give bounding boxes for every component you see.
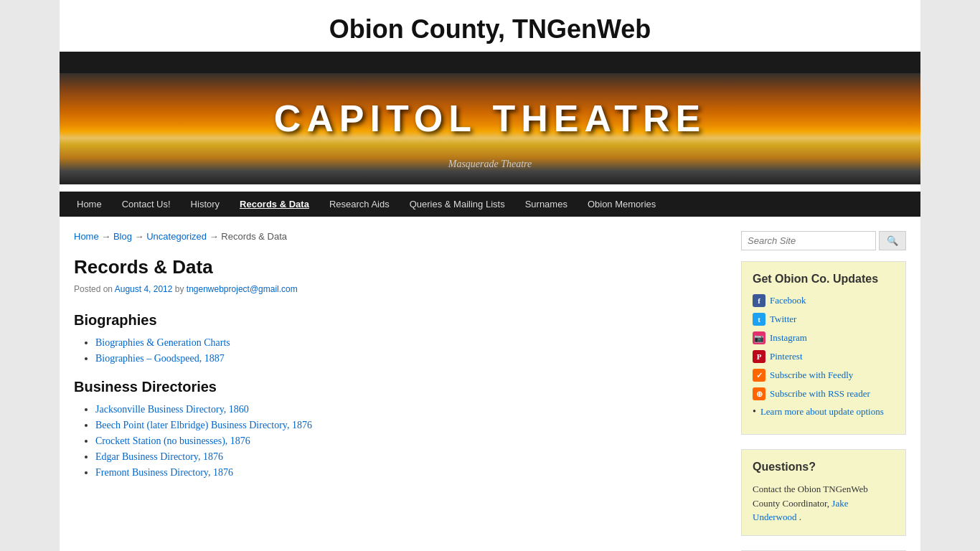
nav-item-contact-us-[interactable]: Contact Us! [112,192,181,217]
social-link[interactable]: Facebook [770,295,806,306]
content-link[interactable]: Fremont Business Directory, 1876 [95,467,233,478]
nav-item-obion-memories[interactable]: Obion Memories [578,192,666,217]
social-link[interactable]: Pinterest [770,351,803,362]
banner-text: CAPITOL THEATRE [274,97,706,140]
post-author[interactable]: tngenwebproject@gmail.com [187,284,298,294]
social-link[interactable]: Twitter [770,314,796,325]
list-item: Beech Point (later Elbridge) Business Di… [95,420,727,431]
list-item: 📷Instagram [753,331,895,344]
list-item: Crockett Station (no businesses), 1876 [95,435,727,447]
list-item: Biographies – Goodspeed, 1887 [95,353,727,364]
content-link[interactable]: Biographies – Goodspeed, 1887 [95,353,225,364]
list-item: PPinterest [753,350,895,363]
search-button[interactable]: 🔍 [879,231,906,250]
site-title[interactable]: Obion County, TNGenWeb [60,14,920,44]
social-link[interactable]: Subscribe with RSS reader [770,388,870,400]
nav-item-research-aids[interactable]: Research Aids [319,192,400,217]
social-link[interactable]: Instagram [770,332,807,344]
content-link[interactable]: Biographies & Generation Charts [95,337,230,348]
list-item: ⊕Subscribe with RSS reader [753,387,895,400]
search-widget: 🔍 [741,231,906,250]
content-link[interactable]: Crockett Station (no businesses), 1876 [95,435,250,446]
content-link[interactable]: Beech Point (later Elbridge) Business Di… [95,420,312,430]
feed-icon: ✓ [753,369,765,382]
nav-item-surnames[interactable]: Surnames [515,192,578,217]
list-item: •Learn more about update options [753,406,895,418]
breadcrumb-home[interactable]: Home [74,231,99,242]
social-link[interactable]: Learn more about update options [760,406,884,418]
nav-item-records---data[interactable]: Records & Data [230,192,319,217]
list-item: Biographies & Generation Charts [95,337,727,349]
post-date[interactable]: August 4, 2012 [115,284,173,294]
social-link[interactable]: Subscribe with Feedly [770,369,853,381]
banner-image: CAPITOL THEATRE Masquerade Theatre [60,52,920,184]
content-link[interactable]: Edgar Business Directory, 1876 [95,451,223,462]
list-item: Jacksonville Business Directory, 1860 [95,404,727,415]
nav-item-queries---mailing-lists[interactable]: Queries & Mailing Lists [400,192,515,217]
search-input[interactable] [741,231,876,250]
breadcrumb: Home → Blog → Uncategorized → Records & … [74,231,727,242]
breadcrumb-uncategorized[interactable]: Uncategorized [146,231,207,242]
banner-subtitle: Masquerade Theatre [60,159,920,170]
list-item: Edgar Business Directory, 1876 [95,451,727,463]
updates-widget: Get Obion Co. Updates fFacebooktTwitter📷… [741,261,906,435]
post-meta: Posted on August 4, 2012 by tngenwebproj… [74,284,727,294]
content-link[interactable]: Jacksonville Business Directory, 1860 [95,404,249,415]
ig-icon: 📷 [753,331,765,344]
main-nav: HomeContact Us!HistoryRecords & DataRese… [60,192,920,217]
nav-item-history[interactable]: History [181,192,230,217]
rss-icon: ⊕ [753,387,765,400]
questions-widget: Questions? Contact the Obion TNGenWeb Co… [741,449,906,536]
pt-icon: P [753,350,765,363]
section-heading: Biographies [74,312,727,329]
page-title: Records & Data [74,256,727,278]
list-item: tTwitter [753,313,895,326]
list-item: fFacebook [753,294,895,307]
updates-heading: Get Obion Co. Updates [753,273,895,286]
fb-icon: f [753,294,765,307]
nav-item-home[interactable]: Home [67,192,112,217]
tw-icon: t [753,313,765,326]
section-heading: Business Directories [74,379,727,395]
list-item: ✓Subscribe with Feedly [753,369,895,382]
list-item: Fremont Business Directory, 1876 [95,467,727,479]
breadcrumb-blog[interactable]: Blog [113,231,132,242]
questions-text: Contact the Obion TNGenWeb County Coordi… [753,482,895,524]
breadcrumb-current: Records & Data [221,231,287,242]
questions-heading: Questions? [753,461,895,474]
